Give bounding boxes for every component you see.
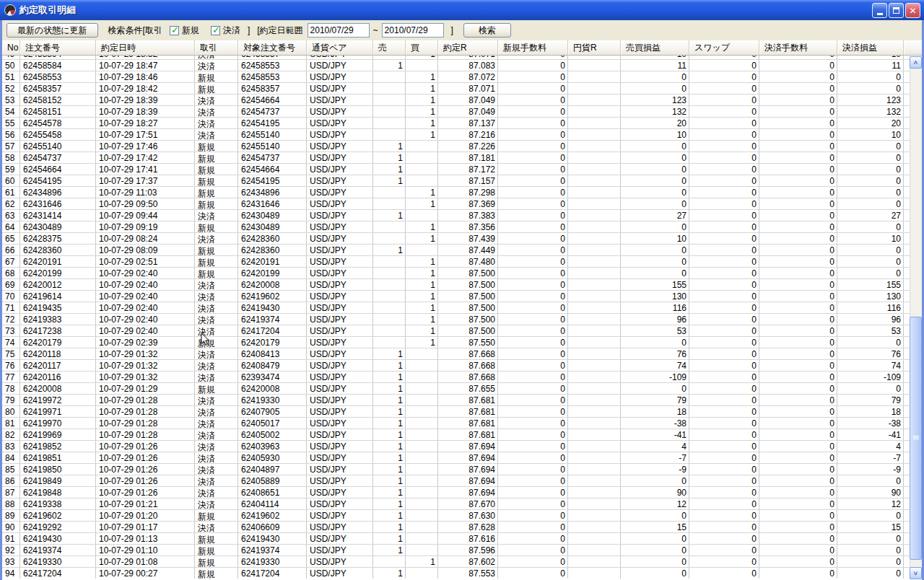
table-row[interactable]: 816241997010-07-29 01:28決済62405017USD/JP…: [2, 418, 910, 429]
table-row[interactable]: 826241996910-07-29 01:28決済62405002USD/JP…: [2, 429, 910, 441]
close-button[interactable]: ✕: [905, 3, 920, 18]
table-row[interactable]: 516245855310-07-29 18:46新規62458553USD/JP…: [2, 71, 910, 83]
column-header-buy[interactable]: 買: [406, 40, 438, 55]
table-row[interactable]: 556245457810-07-29 18:27決済62454195USD/JP…: [2, 118, 910, 129]
vertical-scrollbar[interactable]: ˄ ˅: [910, 56, 922, 579]
table-row[interactable]: 936241933010-07-29 01:08新規62419330USD/JP…: [2, 556, 910, 568]
table-row[interactable]: 596245466410-07-29 17:41新規62454664USD/JP…: [2, 164, 910, 175]
table-row[interactable]: 546245815110-07-29 18:39決済62454737USD/JP…: [2, 106, 910, 118]
table-row[interactable]: 876241984810-07-29 01:26決済62408651USD/JP…: [2, 487, 910, 498]
table-row[interactable]: 646243048910-07-29 09:19新規62430489USD/JP…: [2, 221, 910, 233]
date-to-input[interactable]: [382, 23, 444, 38]
cell-rate: 87.668: [438, 360, 498, 371]
cell-rate: 87.298: [438, 187, 498, 198]
table-row[interactable]: 906241929210-07-29 01:17決済62406609USD/JP…: [2, 522, 910, 533]
table-row[interactable]: 696242001210-07-29 02:40決済62420008USD/JP…: [2, 279, 910, 291]
cell-datetime: 10-07-29 18:47: [96, 60, 195, 71]
table-row[interactable]: 686242019910-07-29 02:40新規62420199USD/JP…: [2, 268, 910, 279]
cell-close_fee: 0: [759, 510, 837, 521]
table-row[interactable]: 626243164610-07-29 09:50新規62431646USD/JP…: [2, 198, 910, 210]
header-filler: [904, 40, 922, 55]
table-row[interactable]: 566245545810-07-29 17:51決済62455140USD/JP…: [2, 129, 910, 141]
table-row[interactable]: 786242000810-07-29 01:29新規62420008USD/JP…: [2, 383, 910, 395]
table-row[interactable]: 536245815210-07-29 18:39決済62454664USD/JP…: [2, 95, 910, 106]
cell-trade: 決済: [195, 314, 238, 325]
cell-datetime: 10-07-29 09:44: [96, 210, 195, 221]
checkbox-settle[interactable]: ✓ 決済: [211, 25, 240, 37]
table-row[interactable]: 806241997110-07-29 01:28決済62407905USD/JP…: [2, 406, 910, 418]
table-row[interactable]: 756242011810-07-29 01:32決済62408413USD/JP…: [2, 348, 910, 360]
cell-close_pl: 0: [837, 187, 904, 198]
column-header-pair[interactable]: 通貨ペア: [307, 40, 373, 55]
table-row[interactable]: 636243141410-07-29 09:44決済62430489USD/JP…: [2, 210, 910, 221]
table-row[interactable]: 926241937410-07-29 01:10新規62419374USD/JP…: [2, 545, 910, 556]
table-row[interactable]: 576245514010-07-29 17:46新規62455140USD/JP…: [2, 141, 910, 152]
table-row[interactable]: 526245835710-07-29 18:42新規62458357USD/JP…: [2, 83, 910, 95]
table-row[interactable]: 866241984910-07-29 01:26決済62405889USD/JP…: [2, 475, 910, 487]
table-row[interactable]: 856241985010-07-29 01:26決済62404897USD/JP…: [2, 464, 910, 475]
table-row[interactable]: 946241720410-07-29 00:27新規62417204USD/JP…: [2, 568, 910, 579]
column-header-datetime[interactable]: 約定日時: [96, 40, 195, 55]
table-row[interactable]: 916241943010-07-29 01:13新規62419430USD/JP…: [2, 533, 910, 545]
table-row[interactable]: 896241960210-07-29 01:20新規62419602USD/JP…: [2, 510, 910, 522]
column-header-no[interactable]: No: [2, 40, 20, 55]
scroll-down-button[interactable]: ˅: [910, 567, 922, 579]
column-header-jpy_rate[interactable]: 円貨R: [568, 40, 621, 55]
table-row[interactable]: 886241933810-07-29 01:21決済62404114USD/JP…: [2, 498, 910, 510]
cell-target_order_no: 62458553: [238, 60, 307, 71]
table-row[interactable]: 716241943510-07-29 02:40決済62419430USD/JP…: [2, 302, 910, 314]
column-header-sell[interactable]: 売: [373, 40, 406, 55]
table-row[interactable]: 706241961410-07-29 02:40決済62419602USD/JP…: [2, 291, 910, 302]
column-header-swap[interactable]: スワップ: [689, 40, 759, 55]
checkbox-new[interactable]: ✓ 新規: [170, 25, 199, 37]
cell-rate: 87.681: [438, 429, 498, 440]
cell-pair: USD/JPY: [307, 418, 373, 429]
column-header-close_fee[interactable]: 決済手数料: [759, 40, 837, 55]
cell-pair: USD/JPY: [307, 568, 373, 579]
column-header-open_fee[interactable]: 新規手数料: [498, 40, 568, 55]
cell-target_order_no: 62407905: [238, 406, 307, 417]
table-row[interactable]: 606245419510-07-29 17:37新規62454195USD/JP…: [2, 175, 910, 187]
column-header-target_order_no[interactable]: 対象注文番号: [238, 40, 307, 55]
table-row[interactable]: 726241938310-07-29 02:40決済62419374USD/JP…: [2, 314, 910, 325]
table-row[interactable]: 656242837510-07-29 08:24決済62428360USD/JP…: [2, 233, 910, 245]
table-row[interactable]: 796241997210-07-29 01:28決済62419330USD/JP…: [2, 395, 910, 406]
table-row[interactable]: 776242011610-07-29 01:32決済62393474USD/JP…: [2, 372, 910, 383]
table-row[interactable]: 846241985110-07-29 01:26決済62405930USD/JP…: [2, 452, 910, 464]
column-header-order_no[interactable]: 注文番号: [20, 40, 96, 55]
cell-order_no: 62419292: [20, 522, 96, 532]
scroll-up-button[interactable]: ˄: [910, 56, 922, 69]
cell-jpy_rate: [568, 522, 621, 532]
table-row[interactable]: 666242836010-07-29 08:09新規62428360USD/JP…: [2, 245, 910, 256]
column-header-label: スワップ: [694, 42, 730, 54]
table-row[interactable]: 736241723810-07-29 02:40決済62417204USD/JP…: [2, 325, 910, 337]
cell-no: 78: [2, 383, 20, 394]
cell-datetime: 10-07-29 02:40: [96, 268, 195, 278]
table-row[interactable]: 746242017910-07-29 02:39新規62420179USD/JP…: [2, 337, 910, 348]
column-header-close_pl[interactable]: 決済損益: [837, 40, 904, 55]
checkbox-new-box[interactable]: ✓: [170, 26, 179, 35]
scrollbar-thumb[interactable]: [910, 317, 922, 560]
refresh-button[interactable]: 最新の状態に更新: [6, 23, 98, 38]
cell-trade: 決済: [195, 395, 238, 405]
table-row[interactable]: 676242019110-07-29 02:51新規62420191USD/JP…: [2, 256, 910, 268]
table-row[interactable]: 506245858410-07-29 18:47決済62458553USD/JP…: [2, 60, 910, 71]
bracket-label: ]: [451, 25, 453, 35]
date-from-input[interactable]: [308, 23, 370, 38]
table-row[interactable]: 616243489610-07-29 11:03新規62434896USD/JP…: [2, 187, 910, 198]
minimize-button[interactable]: [872, 3, 887, 18]
cell-target_order_no: 62420008: [238, 383, 307, 394]
window-title: 約定取引明細: [19, 4, 76, 17]
maximize-button[interactable]: [889, 3, 904, 18]
table-row[interactable]: 586245473710-07-29 17:42新規62454737USD/JP…: [2, 152, 910, 164]
table-row[interactable]: 836241985210-07-29 01:26決済62403963USD/JP…: [2, 441, 910, 452]
checkbox-settle-box[interactable]: ✓: [211, 26, 220, 35]
search-button[interactable]: 検索: [463, 23, 511, 38]
column-header-pl[interactable]: 売買損益: [621, 40, 689, 55]
cell-sell: 1: [373, 441, 406, 452]
cell-pl: 130: [621, 291, 689, 302]
cell-pl: 0: [621, 152, 689, 163]
table-row[interactable]: 766242011710-07-29 01:32決済62408479USD/JP…: [2, 360, 910, 372]
column-header-rate[interactable]: 約定R: [438, 40, 498, 55]
column-header-trade[interactable]: 取引: [195, 40, 238, 55]
